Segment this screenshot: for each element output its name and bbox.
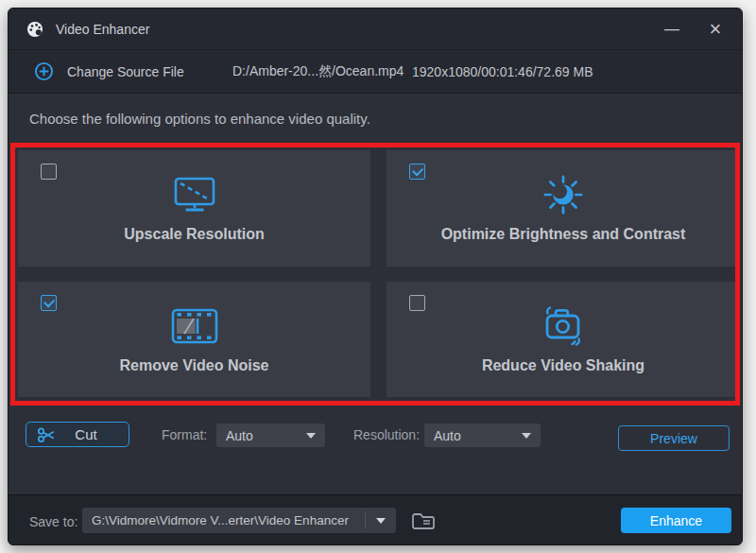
save-path-input[interactable]: G:\Vidmore\Vidmore V...erter\Video Enhan… (82, 508, 396, 533)
option-card-remove-noise[interactable]: Remove Video Noise (18, 282, 370, 397)
source-file-path: D:/Amber-20...然/Ocean.mp4 (232, 63, 404, 80)
option-card-optimize-brightness[interactable]: Optimize Brightness and Contrast (387, 150, 740, 267)
save-path-value: G:\Vidmore\Vidmore V...erter\Video Enhan… (92, 513, 365, 527)
remove-noise-checkbox[interactable] (41, 295, 57, 311)
option-label: Upscale Resolution (124, 226, 264, 243)
cut-button[interactable]: Cut (26, 422, 129, 447)
instruction-text: Choose the following options to enhance … (29, 111, 370, 127)
option-card-upscale-resolution[interactable]: Upscale Resolution (18, 150, 370, 267)
title-bar: Video Enhancer — × (9, 9, 742, 50)
source-file-info: 1920x1080/00:01:46/72.69 MB (412, 64, 593, 79)
scissors-icon (36, 424, 57, 445)
close-button[interactable]: × (702, 16, 729, 43)
optimize-brightness-checkbox[interactable] (409, 164, 425, 180)
monitor-upscale-icon (173, 170, 216, 219)
brightness-contrast-sun-icon (540, 170, 587, 219)
format-dropdown[interactable]: Auto (216, 423, 325, 447)
options-grid: Upscale Resolution (18, 150, 740, 397)
option-label: Remove Video Noise (120, 357, 269, 374)
window-controls: — × (659, 9, 729, 50)
camera-shake-icon (541, 302, 586, 351)
save-path-dropdown-button[interactable] (366, 518, 396, 524)
format-label: Format: (162, 427, 207, 442)
palette-logo-icon (26, 20, 44, 39)
format-value: Auto (226, 428, 306, 443)
screenshot-stage: Video Enhancer — × Change Source File D:… (0, 0, 756, 553)
resolution-value: Auto (434, 428, 522, 443)
option-label: Optimize Brightness and Contrast (441, 226, 686, 243)
filmstrip-noise-icon (171, 302, 218, 351)
minimize-button[interactable]: — (659, 16, 685, 43)
video-enhancer-window: Video Enhancer — × Change Source File D:… (8, 8, 743, 545)
open-folder-button[interactable] (409, 510, 438, 532)
preview-button[interactable]: Preview (618, 425, 730, 451)
chevron-down-icon (376, 518, 386, 524)
save-to-label: Save to: (29, 514, 77, 529)
change-source-file-button[interactable]: Change Source File (67, 64, 184, 79)
cut-label: Cut (57, 426, 115, 442)
resolution-dropdown[interactable]: Auto (424, 423, 541, 447)
option-card-reduce-shaking[interactable]: Reduce Video Shaking (387, 282, 740, 397)
reduce-shaking-checkbox[interactable] (409, 295, 425, 311)
chevron-down-icon (522, 433, 531, 439)
folder-icon (411, 511, 436, 530)
source-bar: Change Source File D:/Amber-20...然/Ocean… (9, 50, 742, 94)
enhance-button[interactable]: Enhance (621, 508, 731, 533)
upscale-resolution-checkbox[interactable] (41, 164, 57, 180)
window-title: Video Enhancer (56, 22, 149, 37)
resolution-label: Resolution: (353, 427, 420, 442)
option-label: Reduce Video Shaking (482, 357, 644, 374)
chevron-down-icon (306, 433, 316, 439)
footer-bar: Save to: G:\Vidmore\Vidmore V...erter\Vi… (9, 494, 742, 545)
add-file-icon[interactable] (34, 61, 54, 81)
